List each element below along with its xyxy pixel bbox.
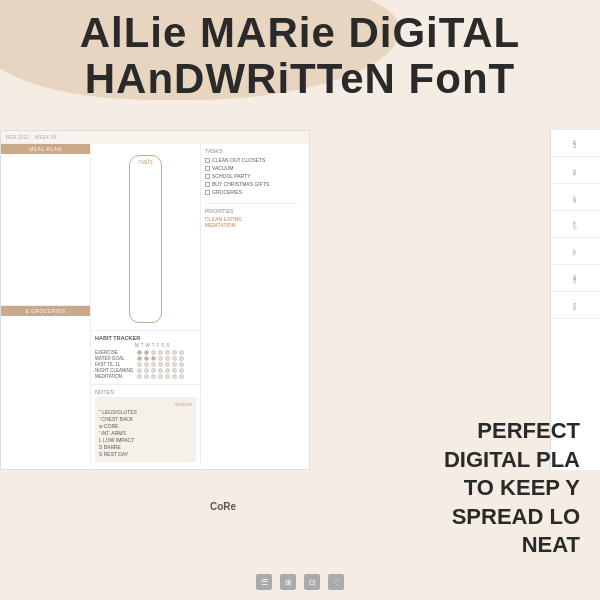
notes-section: NOTES workout " LEGS/GLUTES ' CHEST BACK… (91, 384, 200, 466)
perfect-line1: PERFECT (444, 417, 580, 446)
planner-preview: BER 2022 WEEK 48 MEAL PLAN & GROCERIES n… (0, 130, 310, 470)
habit-days: M T W T F S S (95, 343, 196, 348)
panel-item: DAY (551, 130, 600, 157)
planner-left-col: MEAL PLAN & GROCERIES (1, 144, 91, 466)
habit-tracker: Habit Tracker M T W T F S S EXERCISE (91, 331, 200, 384)
workout-title: workout (99, 401, 192, 407)
notes-title: NOTES (95, 389, 196, 395)
planner-grid: MEAL PLAN & GROCERIES nails Habit Tracke… (1, 144, 309, 466)
footer-icon-grid[interactable]: ⊞ (280, 574, 296, 590)
panel-item: WK (551, 157, 600, 184)
week-label: WEEK 48 (35, 134, 57, 140)
panel-item: NOt (551, 292, 600, 319)
habit-row: MEDITATION (95, 374, 196, 379)
priorities-title: PRIORITIES (205, 208, 297, 214)
footer-icon-list[interactable]: ☰ (256, 574, 272, 590)
title-area: AlLie MARie DiGiTAL HAnDWRiTTeN FonT (0, 10, 600, 102)
workout-item: L LOW IMPACT (99, 437, 192, 443)
title-line2: HAnDWRiTTeN FonT (0, 56, 600, 102)
perfect-line4: SPREAD LO (444, 503, 580, 532)
task-item: GROCERIES (205, 189, 297, 195)
panel-item: YR (551, 238, 600, 265)
workout-item: ' CHEST BACK (99, 416, 192, 422)
nails-pill: nails (129, 155, 161, 323)
perfect-line2: DIGITAL PLA (444, 446, 580, 475)
meal-plan-label: MEAL PLAN (1, 144, 90, 154)
page: AlLie MARie DiGiTAL HAnDWRiTTeN FonT BER… (0, 0, 600, 600)
month-label: BER 2022 (6, 134, 29, 140)
task-item: VACUUM (205, 165, 297, 171)
workout-item: w CORE (99, 423, 192, 429)
perfect-line3: TO KEEP Y (444, 474, 580, 503)
task-item: CLEAN OUT CLOSETS (205, 157, 297, 163)
planner-right-col: TASKS CLEAN OUT CLOSETS VACUUM SCHOOL PA… (201, 144, 301, 466)
task-item: BUY CHRISTMAS GIFTS (205, 181, 297, 187)
title-line1: AlLie MARie DiGiTAL (0, 10, 600, 56)
bottom-text-area: PERFECT DIGITAL PLA TO KEEP Y SPREAD LO … (444, 417, 580, 560)
meal-plan-content (1, 154, 90, 306)
panel-item: QTR (551, 211, 600, 238)
task-item: SCHOOL PARTY (205, 173, 297, 179)
footer-icon-heart[interactable]: ♡ (328, 574, 344, 590)
footer-icon-box[interactable]: ⊡ (304, 574, 320, 590)
workout-card: workout " LEGS/GLUTES ' CHEST BACK w COR… (95, 397, 196, 462)
priority-item: MEDITATION (205, 222, 297, 228)
core-label: CoRe (210, 501, 236, 512)
panel-item: HAB (551, 265, 600, 292)
habit-row: FAST TIL 11 (95, 362, 196, 367)
planner-middle-col: nails Habit Tracker M T W T F S S (91, 144, 201, 466)
groceries-content (1, 316, 90, 467)
footer-icons: ☰ ⊞ ⊡ ♡ (256, 574, 344, 590)
workout-item: S BARRE (99, 444, 192, 450)
groceries-label: & GROCERIES (1, 306, 90, 316)
habit-tracker-title: Habit Tracker (95, 335, 196, 341)
workout-item: " LEGS/GLUTES (99, 409, 192, 415)
habit-row: NIGHT CLEANING (95, 368, 196, 373)
workout-item: S REST DAY (99, 451, 192, 457)
workout-item: ' INT. ARMS (99, 430, 192, 436)
nails-section: nails (91, 144, 200, 331)
planner-header: BER 2022 WEEK 48 (1, 131, 309, 144)
perfect-line5: NEAT (444, 531, 580, 560)
priorities-section: PRIORITIES CLEAN EATING MEDITATION (205, 203, 297, 228)
tasks-title: TASKS (205, 148, 297, 154)
habit-row: EXERCISE (95, 350, 196, 355)
habit-row: WATER GOAL (95, 356, 196, 361)
panel-item: MO (551, 184, 600, 211)
